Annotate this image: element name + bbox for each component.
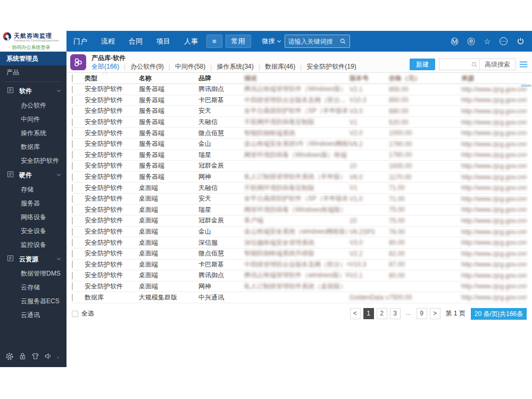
sidebar-section-product[interactable]: 产品 xyxy=(0,65,66,80)
office-login-link[interactable]: · 协同办公系统登录 xyxy=(3,44,64,51)
m-circle-icon[interactable]: Ⓜ xyxy=(451,38,458,45)
sidebar-item[interactable]: 数据库 xyxy=(0,140,66,154)
table-row[interactable]: 安全防护软件服务器端冠群金辰101635.00http://www.zjcg.g… xyxy=(72,161,527,172)
row-checkbox[interactable] xyxy=(72,96,73,104)
advanced-search-button[interactable]: 高级搜索 xyxy=(479,59,515,70)
nav-item[interactable]: 流程 xyxy=(94,31,122,52)
row-checkbox[interactable] xyxy=(72,206,73,213)
per-page-total-button[interactable]: 20 条/页|共166条 xyxy=(471,308,527,320)
table-row[interactable]: 安全防护软件桌面端网神私人订制级管理软件系统（桌面版）http://www.zj… xyxy=(72,281,527,293)
sidebar-item[interactable]: 网络设备 xyxy=(0,210,66,224)
sidebar-item[interactable]: 数据管理DMS xyxy=(0,267,66,280)
list-view-icon[interactable] xyxy=(519,61,528,68)
table-row[interactable]: 安全防护软件桌面端金山金山终端安全系统（windows网络版）V6.2SP376… xyxy=(72,227,527,238)
row-checkbox[interactable] xyxy=(72,129,73,137)
tab-category[interactable]: 中间件(58) xyxy=(175,62,205,71)
collapse-arrow-icon[interactable]: ‹ xyxy=(57,354,59,360)
search-icon[interactable] xyxy=(469,61,479,68)
sidebar-item[interactable]: 监控设备 xyxy=(0,238,66,252)
sidebar-group-header[interactable]: 云资源 xyxy=(0,252,66,267)
sidebar-item[interactable]: 中间件 xyxy=(0,112,66,126)
table-row[interactable]: 安全防护软件服务器端腾讯御点腾讯云终端管理软件（Windows版）V2.1855… xyxy=(72,84,527,95)
row-checkbox[interactable] xyxy=(72,282,73,290)
nav-item[interactable]: 门户 xyxy=(66,31,94,52)
row-checkbox[interactable] xyxy=(72,184,73,192)
row-checkbox[interactable] xyxy=(72,228,73,236)
row-checkbox[interactable] xyxy=(72,107,73,115)
table-row[interactable]: 安全防护软件服务器端卡巴斯基中四级管理防企业版本及网（部分...V10.3850… xyxy=(72,95,527,106)
table-row[interactable]: 安全防护软件服务器端微点佰慧智能防御终端系统V2.01000.00http://… xyxy=(72,128,527,139)
sidebar-item[interactable]: 操作系统 xyxy=(0,126,66,140)
search-icon[interactable] xyxy=(339,38,346,45)
table-row[interactable]: 安全防护软件服务器端安天全平台高级防护软件（SP（半年版本）V3.0880.00… xyxy=(72,106,527,117)
lock-icon[interactable] xyxy=(19,352,27,362)
tab-category[interactable]: 安全防护软件(19) xyxy=(306,62,356,71)
nav-item[interactable]: 合同 xyxy=(122,31,149,52)
nav-favorites[interactable]: 常用 xyxy=(226,35,251,48)
sidebar-item[interactable]: 安全设备 xyxy=(0,224,66,238)
row-checkbox[interactable] xyxy=(72,151,73,159)
table-row[interactable]: 安全防护软件桌面端卡巴斯基中四级管理防企业版本及网（部分）+SD...V10.3… xyxy=(72,260,527,271)
table-row[interactable]: 安全防护软件服务器端金山金山终端安全系统V9（Windows网络版）V6.217… xyxy=(72,139,527,150)
sidebar-group-header[interactable]: 软件 xyxy=(0,84,66,98)
table-row[interactable]: 安全防护软件桌面端瑞星网管环境防病毒（Windows终端版）75.00http:… xyxy=(72,205,527,216)
sidebar-item[interactable]: 云存储 xyxy=(0,280,66,294)
row-checkbox[interactable] xyxy=(72,162,73,170)
tab-category[interactable]: 全部(166) xyxy=(92,62,119,71)
table-row[interactable]: 安全防护软件服务器端网神私人订制级管理软件系统（半年版）V6.01170.00h… xyxy=(72,172,527,183)
sidebar-item[interactable]: 服务器 xyxy=(0,196,66,210)
page-button[interactable]: 2 xyxy=(377,308,387,319)
row-checkbox[interactable] xyxy=(72,272,73,279)
sidebar-item[interactable]: 云通讯 xyxy=(0,308,66,322)
row-checkbox[interactable] xyxy=(72,140,73,148)
sidebar-item[interactable]: 云服务器ECS xyxy=(0,294,66,308)
power-icon[interactable] xyxy=(517,37,525,45)
role-header[interactable]: 系统管理员 xyxy=(0,52,66,65)
logo-area[interactable]: 天航咨询监理 Tianhang Info Consulting&Supervis… xyxy=(0,31,66,52)
nav-item[interactable]: 人事 xyxy=(177,31,205,52)
select-all-checkbox[interactable] xyxy=(72,311,78,317)
e-circle-icon[interactable]: ⓔ xyxy=(467,38,475,45)
prev-page-button[interactable]: < xyxy=(350,308,361,319)
gear-icon[interactable] xyxy=(5,352,14,362)
more-circle-icon[interactable]: ⋯ xyxy=(500,37,508,45)
tab-category[interactable]: 操作系统(34) xyxy=(217,62,253,71)
row-checkbox[interactable] xyxy=(72,294,73,301)
row-checkbox[interactable] xyxy=(72,239,73,246)
sidebar-group-header[interactable]: 硬件 xyxy=(0,168,66,182)
table-row[interactable]: 安全防护软件桌面端深信服深信服终端安全管理系统V3.080.00http://w… xyxy=(72,237,527,248)
header-checkbox[interactable] xyxy=(72,74,73,82)
wesearch-dropdown[interactable]: 微搜 xyxy=(262,31,280,52)
tab-category[interactable]: 数据库(46) xyxy=(265,62,295,71)
table-row[interactable]: 安全防护软件桌面端冠群金辰客户端1075.00http://www.zjcg.g… xyxy=(72,215,527,227)
row-checkbox[interactable] xyxy=(72,261,73,268)
page-button[interactable]: 1 xyxy=(363,308,374,319)
row-checkbox[interactable] xyxy=(72,195,73,203)
sidebar-item[interactable]: 办公软件 xyxy=(0,98,66,112)
page-button[interactable]: 3 xyxy=(390,308,401,319)
table-row[interactable]: 数据库大规模集群版中兴通讯GoldenData s...7500.00http:… xyxy=(72,292,527,303)
table-row[interactable]: 安全防护软件桌面端安天全平台高级防护软件（SP（半年版本）V1.071.00ht… xyxy=(72,194,527,205)
row-checkbox[interactable] xyxy=(72,86,73,93)
shirt-icon[interactable] xyxy=(31,352,39,362)
table-row[interactable]: 安全防护软件服务器端瑞星网管环境防病毒（Windows版）终端1790.00ht… xyxy=(72,150,527,161)
table-row[interactable]: 安全防护软件桌面端腾讯御点腾讯云终端管理软件（windows版）V2.1版V2.… xyxy=(72,270,527,281)
new-button[interactable]: 新建 xyxy=(410,59,435,70)
nav-item[interactable]: 项目 xyxy=(149,31,177,52)
table-row[interactable]: 安全防护软件桌面端微点佰慧智能防御终端系统升级版V2.282.00http://… xyxy=(72,248,527,260)
page-button[interactable]: 9 xyxy=(417,308,427,319)
scrollbar-thumb[interactable] xyxy=(521,85,531,87)
nav-hamburger-icon[interactable]: ≡ xyxy=(206,35,222,48)
table-row[interactable]: 安全防护软件服务器端天融信不联网环境防病毒定制版V1520.00http://w… xyxy=(72,117,527,128)
sidebar-item[interactable]: 安全防护软件 xyxy=(0,154,66,168)
sidebar-item[interactable]: 存储 xyxy=(0,182,66,196)
speaker-icon[interactable] xyxy=(44,352,52,362)
row-checkbox[interactable] xyxy=(72,173,73,181)
row-checkbox[interactable] xyxy=(72,217,73,225)
row-checkbox[interactable] xyxy=(72,250,73,257)
table-search-input[interactable] xyxy=(439,61,469,68)
tab-category[interactable]: 办公软件(9) xyxy=(130,62,164,71)
table-row[interactable]: 安全防护软件桌面端天融信不联网环境防病毒定制版V171.00http://www… xyxy=(72,182,527,194)
next-page-button[interactable]: > xyxy=(430,308,440,319)
row-checkbox[interactable] xyxy=(72,119,73,126)
